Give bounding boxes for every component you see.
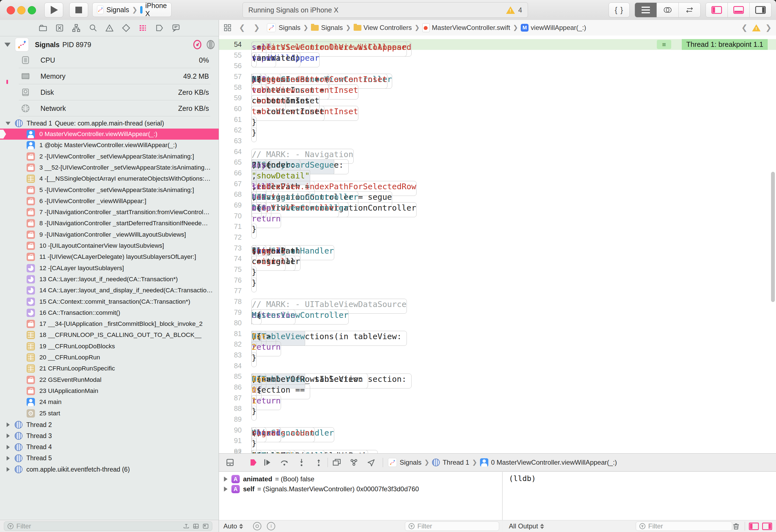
line-number[interactable]: 76	[219, 275, 242, 286]
line-number[interactable]: 54	[219, 39, 242, 50]
line-number[interactable]: 88	[219, 403, 242, 414]
code-line[interactable]: 84	[219, 360, 776, 371]
line-number[interactable]: 91	[219, 435, 242, 446]
console-filter-field[interactable]: Filter	[636, 521, 732, 531]
gauge-view-button[interactable]	[192, 39, 203, 50]
clear-console-button[interactable]	[732, 522, 741, 531]
line-number[interactable]: 78	[219, 296, 242, 307]
stack-frame-row[interactable]: 6 -[UIViewController _viewWillAppear:]	[0, 196, 219, 207]
code-line[interactable]: 57 if let bottomInset = (parent as? Mast…	[219, 71, 776, 82]
step-into-button[interactable]	[297, 458, 307, 468]
code-line[interactable]: 85 override func tableView(_ tableView: …	[219, 371, 776, 382]
code-line[interactable]: 93 override func tableView(_ tableView: …	[219, 448, 776, 453]
toggle-inspector-button[interactable]	[750, 3, 771, 17]
line-number[interactable]: 75	[219, 264, 242, 275]
line-number[interactable]: 70	[219, 211, 242, 221]
standard-editor-button[interactable]	[635, 3, 657, 17]
tab-breakpoint-navigator[interactable]	[154, 23, 164, 33]
variables-scope-select[interactable]: Auto	[223, 522, 237, 530]
stack-frame-row[interactable]: 14 CA::Layer::layout_and_display_if_need…	[0, 285, 219, 296]
line-number[interactable]: 72	[219, 232, 242, 243]
memory-gauge-row[interactable]: Memory 49.2 MB	[0, 69, 219, 84]
line-number[interactable]: 73	[219, 243, 242, 254]
code-line[interactable]: 83 }	[219, 350, 776, 360]
line-number[interactable]: 90	[219, 425, 242, 436]
close-window-button[interactable]	[7, 6, 15, 14]
line-number[interactable]: 83	[219, 350, 242, 360]
stack-frame-row[interactable]: 18 __CFRUNLOOP_IS_CALLING_OUT_TO_A_BLOCK…	[0, 329, 219, 340]
stack-frame-row[interactable]: 19 __CFRunLoopDoBlocks	[0, 341, 219, 352]
jumpbar-subgroup[interactable]: View Controllers	[364, 24, 412, 32]
code-line[interactable]: 54 self.clearsSelectionOnViewWillAppear …	[219, 39, 776, 50]
line-number[interactable]: 79	[219, 307, 242, 318]
stack-frame-row[interactable]: 17 __34-[UIApplication _firstCommitBlock…	[0, 318, 219, 329]
code-area[interactable]: 54 self.clearsSelectionOnViewWillAppear …	[219, 35, 776, 453]
disclosure-icon[interactable]	[224, 477, 227, 482]
stack-frame-row[interactable]: 21 CFRunLoopRunSpecific	[0, 363, 219, 374]
cpu-gauge-row[interactable]: CPU 0%	[0, 53, 219, 68]
tab-search-navigator[interactable]	[88, 23, 98, 33]
code-line[interactable]: 91 }	[219, 435, 776, 446]
line-number[interactable]: 57	[219, 71, 242, 82]
code-line[interactable]: 76}	[219, 275, 776, 286]
stack-frame-row[interactable]: 9 -[UINavigationController _viewWillLayo…	[0, 229, 219, 240]
stack-frame-row[interactable]: 22 GSEventRunModal	[0, 374, 219, 385]
line-number[interactable]: 58	[219, 82, 242, 93]
toggle-debug-area-button[interactable]	[728, 3, 750, 17]
stack-frame-row[interactable]: 20 __CFRunLoopRun	[0, 352, 219, 363]
line-number[interactable]: 63	[219, 136, 242, 146]
debug-crumb-app[interactable]: Signals	[400, 459, 421, 466]
disclosure-icon[interactable]	[224, 487, 227, 492]
code-line[interactable]: 81 override func numberOfSections(in tab…	[219, 328, 776, 339]
debug-crumb-thread[interactable]: Thread 1	[443, 459, 469, 466]
code-line[interactable]: 72	[219, 232, 776, 243]
line-number[interactable]: 85	[219, 371, 242, 382]
tab-test-navigator[interactable]	[121, 23, 131, 33]
next-issue-icon[interactable]: ❯	[765, 23, 772, 32]
step-out-button[interactable]	[314, 458, 324, 468]
breakpoint-menu-chip[interactable]: ≡	[657, 40, 671, 49]
jumpbar-symbol[interactable]: viewWillAppear(_:)	[531, 24, 586, 32]
code-line[interactable]: 90 return UnixSignalHandler.shared().sig…	[219, 425, 776, 436]
scope-icon[interactable]	[253, 522, 261, 530]
code-line[interactable]: 65 override func prepare(for segue: UISt…	[219, 157, 776, 168]
code-line[interactable]: 60 tableView.contentInset = contentInset	[219, 103, 776, 114]
stack-frame-row[interactable]: 8 -[UINavigationController _startDeferre…	[0, 218, 219, 229]
disclosure-icon[interactable]	[7, 456, 10, 461]
code-line[interactable]: 66 guard segue.identifier == "showDetail…	[219, 168, 776, 179]
line-number[interactable]: 87	[219, 392, 242, 404]
tab-source-control[interactable]	[55, 23, 64, 33]
thread-row[interactable]: com.apple.uikit.eventfetch-thread (6)	[0, 464, 219, 475]
tab-report-navigator[interactable]	[171, 23, 181, 33]
navigator-filter-field[interactable]: Filter	[4, 521, 212, 531]
stack-frame-row[interactable]: 3 __52-[UIViewController _setViewAppearS…	[0, 162, 219, 173]
thread1-row[interactable]: Thread 1 Queue: com.apple.main-thread (s…	[0, 118, 219, 129]
simulate-location-button[interactable]	[366, 458, 376, 468]
stack-frame-row[interactable]: 0 MasterViewController.viewWillAppear(_:…	[0, 128, 219, 140]
tab-symbol-navigator[interactable]	[71, 23, 81, 33]
variables-view[interactable]: Aanimated= (Bool) falseAself= (Signals.M…	[219, 472, 503, 520]
jumpbar-project[interactable]: Signals	[278, 24, 301, 32]
debug-crumb-frame[interactable]: 0 MasterViewController.viewWillAppear(_:…	[491, 459, 617, 466]
code-line[interactable]: 63	[219, 136, 776, 146]
stack-frame-row[interactable]: 16 CA::Transaction::commit()	[0, 307, 219, 318]
process-row[interactable]: Signals PID 8979	[0, 37, 219, 52]
code-line[interactable]: 77	[219, 285, 776, 296]
code-line[interactable]: 89	[219, 414, 776, 425]
disk-gauge-row[interactable]: Disk Zero KB/s	[0, 85, 219, 100]
code-line[interactable]: 62 }	[219, 125, 776, 136]
line-number[interactable]: 71	[219, 221, 242, 232]
toggle-navigator-button[interactable]	[706, 3, 728, 17]
previous-issue-icon[interactable]: ❮	[741, 23, 748, 32]
assistant-editor-button[interactable]	[657, 3, 679, 17]
console-view[interactable]: (lldb)	[503, 472, 776, 520]
show-variables-view-button[interactable]	[749, 523, 759, 530]
code-line[interactable]: 59 contentInset.bottom = bottomInset	[219, 92, 776, 103]
code-line[interactable]: 88 }	[219, 403, 776, 414]
stack-frame-row[interactable]: 5 -[UIViewController _setViewAppearState…	[0, 185, 219, 196]
show-console-view-button[interactable]	[762, 523, 772, 530]
code-line[interactable]: 69 let controller = navigationController…	[219, 200, 776, 211]
line-number[interactable]: 81	[219, 328, 242, 339]
back-icon[interactable]: ❮	[239, 23, 245, 32]
line-number[interactable]: 62	[219, 125, 242, 136]
